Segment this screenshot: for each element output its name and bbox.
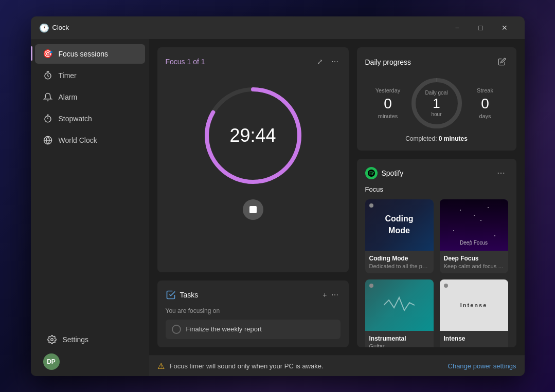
task-radio[interactable] (172, 325, 181, 334)
deep-focus-label-thumb: Deep Focus (460, 240, 488, 246)
completed-value: 0 minutes (439, 135, 468, 142)
playlist-name-3: Instrumental (369, 335, 429, 342)
sidebar-item-focus-sessions[interactable]: 🎯 Focus sessions (35, 44, 145, 64)
stars-visual: Deep Focus (440, 199, 508, 251)
dp-completed: Completed: 0 minutes (365, 135, 508, 142)
maximize-button[interactable]: □ (469, 20, 493, 36)
playlist-dot-3 (369, 284, 373, 288)
playlist-deep-focus[interactable]: Deep Focus Deep Focus Keep calm and focu… (440, 199, 508, 273)
app-title: Clock (52, 24, 445, 31)
task-label: Finalize the weekly report (186, 325, 262, 333)
window-controls: − □ ✕ (445, 20, 516, 36)
spotify-header: Spotify ⋯ (365, 167, 508, 179)
stopwatch-icon (43, 114, 52, 123)
sidebar-item-stopwatch[interactable]: Stopwatch (35, 109, 145, 128)
spotify-panel: Spotify ⋯ Focus CodingMode (357, 159, 516, 347)
spotify-grid: CodingMode Coding Mode Dedicated to all … (365, 199, 508, 347)
playlist-desc-1: Dedicated to all the programmers out... (369, 263, 429, 269)
completed-label: Completed: (405, 135, 439, 142)
focus-title: Focus 1 of 1 (166, 58, 315, 66)
right-panel: Daily progress Yesterday 0 minutes (357, 47, 516, 347)
power-settings-link[interactable]: Change power settings (448, 362, 516, 370)
playlist-name-4: Intense (444, 335, 504, 342)
notification-text: Focus timer will sound only when your PC… (170, 362, 443, 370)
sidebar-item-alarm[interactable]: Alarm (35, 87, 145, 107)
close-button[interactable]: ✕ (493, 20, 516, 36)
intense-thumb-text: Intense (460, 302, 488, 308)
tasks-icon (166, 290, 176, 300)
timer-circle: 29:44 (202, 84, 305, 187)
tasks-description: You are focusing on (166, 307, 341, 314)
playlist-desc-2: Keep calm and focus with ambient and... (444, 263, 504, 269)
playlist-name-2: Deep Focus (444, 255, 504, 262)
svg-point-7 (50, 338, 53, 341)
settings-label: Settings (63, 335, 89, 344)
coding-thumb: CodingMode (365, 199, 434, 251)
streak-value: 0 (462, 96, 508, 112)
sidebar-item-settings[interactable]: Settings (39, 330, 141, 349)
goal-label: Daily goal (425, 89, 448, 95)
sidebar-item-label-focus: Focus sessions (59, 50, 108, 58)
app-window: 🕐 Clock − □ ✕ 🎯 Focus sessions Timer (31, 16, 525, 376)
focus-sessions-icon: 🎯 (43, 49, 52, 59)
yesterday-value: 0 (365, 96, 411, 112)
playlist-dot-1 (369, 203, 373, 208)
task-item[interactable]: Finalize the weekly report (166, 320, 341, 339)
dp-title: Daily progress (365, 58, 496, 66)
playlist-instrumental[interactable]: Instrumental Guitar (365, 279, 434, 347)
timer-icon (43, 71, 52, 80)
sidebar-item-label-world-clock: World Clock (59, 136, 97, 144)
focus-counter: 1 of 1 (187, 58, 205, 66)
deep-focus-thumb: Deep Focus (440, 199, 508, 251)
world-clock-icon (43, 136, 52, 145)
dp-header: Daily progress (365, 55, 508, 69)
sidebar: 🎯 Focus sessions Timer Alarm (31, 39, 149, 376)
sidebar-item-timer[interactable]: Timer (35, 66, 145, 85)
active-indicator (31, 46, 32, 61)
yesterday-label: Yesterday (365, 87, 411, 94)
spotify-logo (365, 167, 378, 179)
settings-icon (47, 335, 57, 344)
user-avatar[interactable]: DP (43, 353, 60, 370)
stop-button[interactable] (243, 199, 263, 220)
playlist-info-1: Coding Mode Dedicated to all the program… (365, 251, 434, 273)
app-icon: 🕐 (39, 23, 48, 32)
streak-unit: days (462, 113, 508, 119)
dp-streak: Streak 0 days (462, 87, 508, 119)
playlist-info-2: Deep Focus Keep calm and focus with ambi… (440, 251, 508, 273)
instrumental-wave (365, 279, 434, 331)
goal-unit: hour (425, 111, 448, 117)
timer-panel-header: Focus 1 of 1 ⤢ ⋯ (166, 55, 341, 68)
timer-display: 29:44 (229, 125, 276, 146)
daily-progress-panel: Daily progress Yesterday 0 minutes (357, 47, 516, 151)
add-task-button[interactable]: + (320, 289, 329, 301)
expand-button[interactable]: ⤢ (315, 55, 325, 68)
tasks-header: Tasks + ⋯ (166, 289, 341, 301)
main-body: Focus 1 of 1 ⤢ ⋯ 2 (149, 39, 525, 356)
playlist-coding-mode[interactable]: CodingMode Coding Mode Dedicated to all … (365, 199, 434, 273)
spotify-focus-label: Focus (365, 185, 508, 193)
playlist-name-1: Coding Mode (369, 255, 429, 262)
spotify-name: Spotify (382, 169, 494, 177)
sidebar-item-world-clock[interactable]: World Clock (35, 130, 145, 150)
spotify-more-button[interactable]: ⋯ (494, 167, 508, 179)
playlist-info-3: Instrumental Guitar (365, 331, 434, 347)
sidebar-item-label-timer: Timer (59, 71, 77, 80)
tasks-more-button[interactable]: ⋯ (329, 289, 341, 301)
stop-icon (249, 206, 257, 213)
app-body: 🎯 Focus sessions Timer Alarm (31, 39, 525, 376)
dp-yesterday: Yesterday 0 minutes (365, 87, 411, 119)
more-button[interactable]: ⋯ (329, 55, 341, 68)
goal-value: 1 (425, 95, 448, 111)
tasks-title: Tasks (180, 291, 321, 299)
dp-edit-button[interactable] (496, 55, 508, 69)
playlist-dot-4 (444, 284, 448, 288)
minimize-button[interactable]: − (445, 20, 469, 36)
dp-goal-chart: Daily goal 1 hour (411, 78, 462, 129)
intense-visual: Intense (440, 279, 508, 331)
alarm-icon (43, 92, 52, 102)
coding-thumb-text: CodingMode (385, 213, 413, 236)
intense-thumb: Intense (440, 279, 508, 331)
playlist-desc-3: Guitar (369, 343, 429, 347)
playlist-intense[interactable]: Intense Intense (440, 279, 508, 347)
